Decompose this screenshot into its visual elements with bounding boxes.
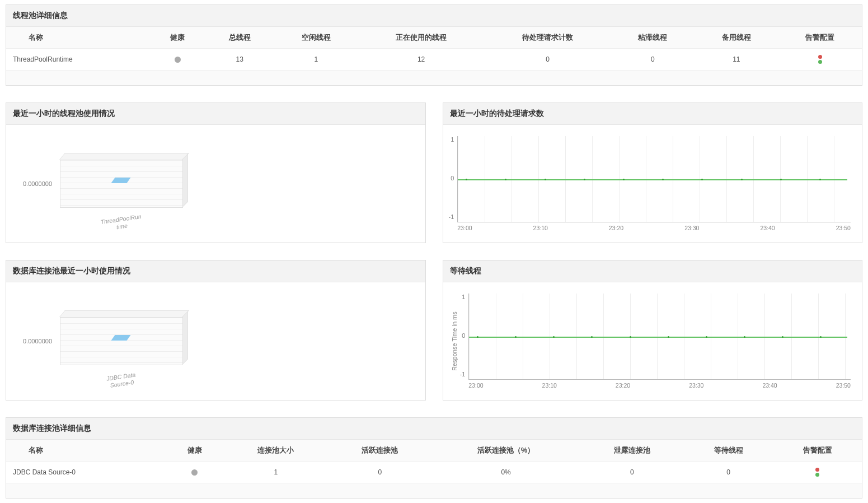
col-size[interactable]: 连接池大小	[224, 440, 328, 462]
line-plot	[468, 294, 851, 380]
table-footer	[6, 483, 862, 498]
col-health[interactable]: 健康	[165, 440, 223, 462]
cell-stuck: 0	[611, 49, 695, 71]
x-tick: 23:10	[533, 225, 548, 231]
x-tick: 23:20	[609, 225, 623, 231]
y-tick: 1	[449, 136, 454, 143]
cell-total: 13	[205, 49, 274, 71]
table-row[interactable]: ThreadPoolRuntime 13 1 12 0 0 11	[6, 49, 862, 71]
chart-title: 等待线程	[443, 260, 862, 282]
col-total[interactable]: 总线程	[205, 27, 274, 49]
dbpool-usage-chart-panel: 数据库连接池最近一小时使用情况 0.0000000 JDBC Data Sour…	[6, 260, 426, 400]
chart-title: 数据库连接池最近一小时使用情况	[6, 260, 425, 282]
cell-health	[165, 462, 223, 483]
bar3d-chart: ThreadPoolRun time	[60, 153, 189, 215]
table-row[interactable]: JDBC Data Source-0 1 0 0% 0 0	[6, 462, 862, 483]
y-tick: -1	[460, 371, 466, 378]
table-footer	[6, 71, 862, 85]
cell-size: 1	[224, 462, 328, 483]
chart-body: 0.0000000 ThreadPoolRun time	[6, 125, 425, 243]
chart-body: 1 0 -1 23:00 23:10	[443, 125, 862, 243]
threadpool-title: 线程池详细信息	[6, 5, 862, 27]
dbpool-table: 名称 健康 连接池大小 活跃连接池 活跃连接池（%） 泄露连接池 等待线程 告警…	[6, 440, 862, 483]
chart-title: 最近一小时的待处理请求数	[443, 103, 862, 125]
col-idle[interactable]: 空闲线程	[274, 27, 358, 49]
y-tick: 0	[449, 175, 454, 181]
wait-thread-chart-panel: 等待线程 Response Time in ms 1 0 -1	[443, 260, 863, 400]
y-axis: 1 0 -1	[449, 136, 458, 220]
col-name[interactable]: 名称	[6, 27, 150, 49]
y-tick: -1	[449, 213, 454, 220]
threadpool-usage-chart-panel: 最近一小时的线程池使用情况 0.0000000 ThreadPoolRun ti…	[6, 103, 426, 243]
chart-body: Response Time in ms 1 0 -1	[443, 282, 862, 400]
dbpool-title: 数据库连接池详细信息	[6, 418, 862, 440]
col-leaked[interactable]: 泄露连接池	[580, 440, 684, 462]
cell-waiting: 0	[684, 462, 773, 483]
col-active[interactable]: 活跃连接池	[328, 440, 432, 462]
col-stuck[interactable]: 粘滞线程	[611, 27, 695, 49]
traffic-light-icon[interactable]	[814, 467, 821, 477]
chart-body: 0.0000000 JDBC Data Source-0	[6, 282, 425, 400]
col-health[interactable]: 健康	[150, 27, 205, 49]
cell-name: ThreadPoolRuntime	[6, 49, 150, 71]
x-tick: 23:10	[542, 382, 557, 389]
health-dot-icon	[175, 57, 181, 63]
cell-pending: 0	[485, 49, 611, 71]
series-line	[469, 337, 847, 338]
col-activepct[interactable]: 活跃连接池（%）	[432, 440, 580, 462]
cell-active: 0	[328, 462, 432, 483]
x-tick: 23:20	[616, 382, 630, 389]
cell-alarm	[773, 462, 862, 483]
col-alarm[interactable]: 告警配置	[778, 27, 862, 49]
x-tick: 23:30	[684, 225, 699, 231]
col-waiting[interactable]: 等待线程	[684, 440, 773, 462]
x-tick: 23:50	[836, 382, 851, 389]
chart-title: 最近一小时的线程池使用情况	[6, 103, 425, 125]
series-line	[458, 179, 847, 180]
col-inuse[interactable]: 正在使用的线程	[358, 27, 485, 49]
col-name[interactable]: 名称	[6, 440, 165, 462]
col-alarm[interactable]: 告警配置	[773, 440, 862, 462]
cell-health	[150, 49, 205, 71]
col-pending[interactable]: 待处理请求计数	[485, 27, 611, 49]
col-standby[interactable]: 备用线程	[695, 27, 778, 49]
cell-name: JDBC Data Source-0	[6, 462, 165, 483]
cell-idle: 1	[274, 49, 358, 71]
dbpool-panel: 数据库连接池详细信息 名称 健康 连接池大小 活跃连接池 活跃连接池（%） 泄露…	[6, 417, 862, 499]
y-tick: 0.0000000	[23, 180, 52, 187]
y-tick: 0.0000000	[23, 338, 52, 344]
x-tick: 23:40	[762, 382, 777, 389]
cell-inuse: 12	[358, 49, 485, 71]
threadpool-panel: 线程池详细信息 名称 健康 总线程 空闲线程 正在使用的线程 待处理请求计数 粘…	[6, 4, 862, 86]
x-tick: 23:30	[689, 382, 703, 389]
y-tick: 0	[460, 332, 466, 339]
cell-alarm	[778, 49, 862, 71]
traffic-light-icon[interactable]	[817, 54, 824, 64]
health-dot-icon	[191, 469, 198, 476]
pending-requests-chart-panel: 最近一小时的待处理请求数 1 0 -1	[443, 103, 863, 243]
line-plot	[457, 136, 851, 222]
x-axis: 23:00 23:10 23:20 23:30 23:40 23:50	[457, 222, 851, 231]
y-axis-label: Response Time in ms	[449, 294, 460, 389]
cell-standby: 11	[695, 49, 778, 71]
x-axis: 23:00 23:10 23:20 23:30 23:40 23:50	[468, 380, 851, 389]
x-label: ThreadPoolRun time	[59, 207, 183, 239]
y-axis: 1 0 -1	[460, 294, 469, 378]
x-label: JDBC Data Source-0	[59, 365, 183, 396]
threadpool-table: 名称 健康 总线程 空闲线程 正在使用的线程 待处理请求计数 粘滞线程 备用线程…	[6, 27, 862, 71]
x-tick: 23:00	[468, 382, 483, 389]
x-tick: 23:00	[457, 225, 472, 231]
cell-activepct: 0%	[432, 462, 580, 483]
cell-leaked: 0	[580, 462, 684, 483]
x-tick: 23:50	[836, 225, 851, 231]
bar3d-chart: JDBC Data Source-0	[60, 310, 189, 372]
x-tick: 23:40	[760, 225, 775, 231]
y-tick: 1	[460, 294, 466, 300]
